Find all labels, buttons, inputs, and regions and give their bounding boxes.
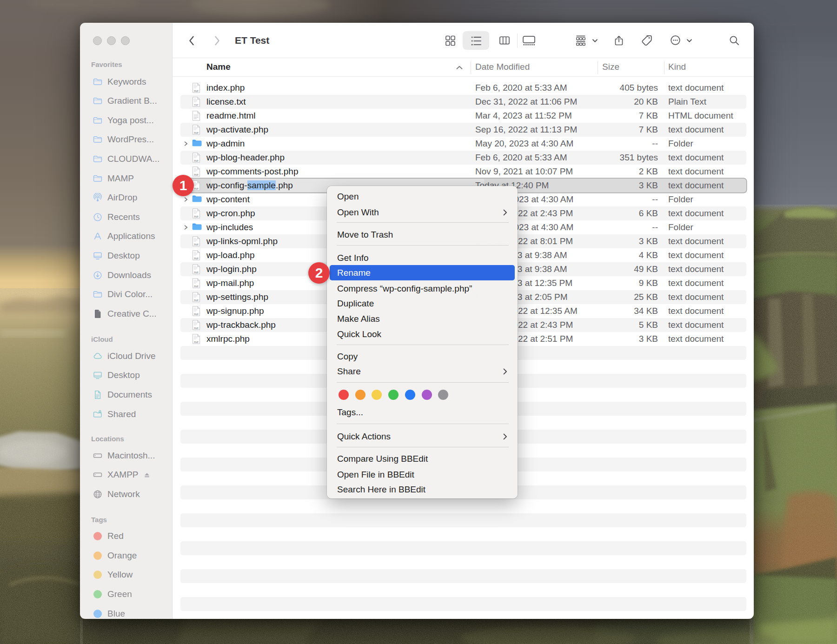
svg-text:PHP: PHP [194,272,198,274]
svg-text:PHP: PHP [194,174,198,176]
svg-text:PHP: PHP [194,132,198,134]
svg-text:TXT: TXT [194,104,199,106]
svg-text:PHP: PHP [194,258,198,260]
svg-text:PHP: PHP [194,299,198,302]
svg-text:PHP: PHP [194,188,198,190]
svg-text:PHP: PHP [194,160,198,162]
svg-text:PHP: PHP [194,216,198,218]
svg-text:PHP: PHP [194,90,198,93]
svg-text:PHP: PHP [194,341,198,344]
svg-text:PHP: PHP [194,285,198,288]
svg-text:PHP: PHP [194,313,198,316]
svg-text:PHP: PHP [194,327,198,330]
svg-text:PHP: PHP [194,244,198,246]
